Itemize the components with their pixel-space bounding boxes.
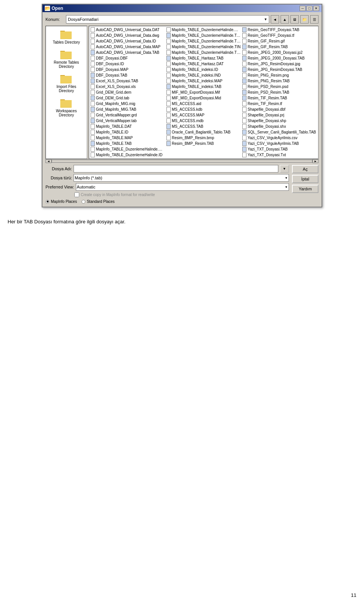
file-item[interactable]: DBF_Dosyasi.MAP <box>90 67 166 72</box>
file-item[interactable]: MapInfo_TABLE_Haritasz.DAT <box>166 61 242 67</box>
file-item[interactable]: Grid_VerticalMapper.grd <box>90 112 166 118</box>
file-item[interactable]: MapInfo_TABLE.MAP <box>90 135 166 141</box>
ac-button[interactable]: Aç <box>292 165 318 173</box>
iptal-button[interactable]: İptal <box>292 175 318 183</box>
file-item[interactable]: Resim_PSD_Resim.TAB <box>242 89 317 95</box>
file-item[interactable]: AutoCAD_DWG_Universal_Data.dwg <box>90 33 166 38</box>
file-item[interactable]: Resim_TIF_Resim.TAB <box>242 95 317 101</box>
file-item[interactable]: MapInfo_TABLE_indeksi.MAP <box>166 78 242 84</box>
file-item[interactable]: Excel_XLS_Dosyasi.TAB <box>90 78 166 84</box>
file-list-panel[interactable]: AutoCAD_DWG_Universal_Data.DAT AutoCAD_D… <box>89 26 318 159</box>
file-item[interactable]: MS_ACCESS.MAP <box>166 112 242 118</box>
file-item[interactable]: Resim_JPG_ResimDosyasi.jpg <box>242 61 317 67</box>
horizontal-scrollbar[interactable]: ◄ ► <box>46 159 318 163</box>
radio-mapinfo-places[interactable]: MapInfo Places <box>46 199 77 204</box>
file-item[interactable]: DBF_Dosyasi.DBF <box>90 55 166 61</box>
file-item[interactable]: Yazi_TXT_Dosyasi.TAB <box>242 146 317 152</box>
preferred-view-select[interactable]: Automatic ▼ <box>76 183 289 191</box>
dosya-turu-select[interactable]: MapInfo (*.tab) ▼ <box>74 174 289 182</box>
file-item[interactable]: MapInfo_TABLE_Haritasz.TAB <box>166 55 242 61</box>
file-item[interactable]: Resim_PNG_Resim.png <box>242 72 317 78</box>
file-item[interactable]: MS_ACCESS.kdb <box>166 107 242 112</box>
file-item[interactable]: Oracle_Canli_Baglantili_Tablo.TAB <box>166 129 242 135</box>
view-button[interactable]: ☰ <box>310 15 318 24</box>
file-icon <box>242 39 246 44</box>
file-item[interactable]: MapInfo_TABLE_DuzenlemeHalinde.TAB <box>166 33 242 38</box>
file-item[interactable]: Resim_TIF_Resim.tf <box>242 101 317 107</box>
file-item[interactable]: MIF_MID_ExportDosyasi.Mid <box>166 95 242 101</box>
file-item[interactable]: MapInfo_TABLE_indeksi.TAB <box>166 84 242 89</box>
file-item[interactable]: Grid_DEM_Grid.tab <box>90 95 166 101</box>
file-item[interactable]: Shapefile_Dosyasi.dbf <box>242 107 317 112</box>
file-item[interactable]: MapInfo_TABLE_indeksi.ID <box>166 67 242 72</box>
scroll-right-button[interactable]: ► <box>312 159 318 163</box>
sidebar-item-import-files[interactable]: Import Files Directory <box>47 72 85 95</box>
file-item[interactable]: Resim_BMP_Resim.TAB <box>166 141 242 146</box>
file-icon <box>242 107 246 112</box>
file-item[interactable]: MapInfo_TABLE_DuzenlemeHalinde.TDA <box>166 38 242 44</box>
file-item[interactable]: Yazi_CSV_VrguleAyrilmis.csv <box>242 135 317 141</box>
file-item[interactable]: Resim_BMP_Resim.bmp <box>166 135 242 141</box>
dosya-adi-dropdown[interactable]: ▼ <box>280 165 289 173</box>
sidebar-item-workspaces[interactable]: Workspaces Directory <box>47 96 85 119</box>
up-button[interactable]: ▲ <box>281 15 289 24</box>
file-item[interactable]: MS_ACCESS.mdb <box>166 118 242 124</box>
file-item[interactable]: AutoCAD_DWG_Universal_Data.TAB <box>90 50 166 55</box>
file-item[interactable]: MS_ACCESS.aid <box>166 101 242 107</box>
file-item[interactable]: MapInfo_TABLE_DuzenlemeHalinde.MAP <box>166 27 242 33</box>
file-item[interactable]: Resim_GIF_Resim.TAB <box>242 44 317 50</box>
create-copy-checkbox[interactable] <box>74 192 79 197</box>
desktop-button[interactable]: 🖥 <box>290 15 299 24</box>
file-item[interactable]: Resim_JPEG_2000_Dosyasi.jp2 <box>242 50 317 55</box>
sidebar: Tables Directory Remote Tables Directory <box>46 26 87 159</box>
file-item[interactable]: DBF_Dosyasi.ID <box>90 61 166 67</box>
file-item[interactable]: AutoCAD_DWG_Universal_Data.MAP <box>90 44 166 50</box>
minimize-button[interactable]: ─ <box>300 6 306 11</box>
file-item[interactable]: Grid_MapInfo_MIG.TAB <box>90 107 166 112</box>
file-item[interactable]: MapInfo_TABLE.DAT <box>90 124 166 129</box>
radio-standard-places[interactable]: Standard Places <box>82 199 115 204</box>
file-item[interactable]: Grid_MapInfo_MIG.mig <box>90 101 166 107</box>
scroll-left-button[interactable]: ◄ <box>46 159 52 163</box>
sidebar-item-tables-directory[interactable]: Tables Directory <box>47 28 85 46</box>
file-item[interactable]: Shapefile_Dosyasi.shp <box>242 118 317 124</box>
file-item[interactable]: Resim_PSD_Resim.psd <box>242 84 317 89</box>
file-item[interactable]: MapInfo_TABLE_indeksi.IND <box>166 72 242 78</box>
back-button[interactable]: ◄ <box>271 15 279 24</box>
file-item[interactable]: Grid_VerticalMapper.tab <box>90 118 166 124</box>
file-item[interactable]: MIF_MID_ExportDosyasi.Mif <box>166 89 242 95</box>
file-item[interactable]: Excel_XLS_Dosyasi.xls <box>90 84 166 89</box>
yardim-button[interactable]: Yardım <box>292 185 318 193</box>
file-item[interactable]: Grid_DEM_Grid.dem <box>90 89 166 95</box>
file-icon <box>242 96 246 100</box>
file-item[interactable]: DBF_Dosyasi.TAB <box>90 72 166 78</box>
close-button[interactable]: ✕ <box>313 6 319 11</box>
dosya-adi-input[interactable] <box>74 165 278 173</box>
file-item[interactable]: MapInfo_TABLE.ID <box>90 129 166 135</box>
file-item[interactable]: Resim_GeoTIFF_Dosyasi.tf <box>242 33 317 38</box>
file-item[interactable]: Resim_GIF_Resim.gif <box>242 38 317 44</box>
file-item[interactable]: AutoCAD_DWG_Universal_Data.ID <box>90 38 166 44</box>
file-item[interactable]: Resim_JPG_ResimDosyasi.TAB <box>242 67 317 72</box>
file-item[interactable]: Shapefile_Dosyasi.prj <box>242 112 317 118</box>
file-item[interactable]: MS_ACCESS.TAB <box>166 124 242 129</box>
sidebar-item-remote-tables[interactable]: Remote Tables Directory <box>47 48 85 71</box>
file-item[interactable]: Yazi_TXT_Dosyasi.Txt <box>242 152 317 158</box>
file-item[interactable]: SQL_Server_Canli_Baglantili_Tablo.TAB <box>242 129 317 135</box>
file-item[interactable]: MapInfo_TABLE_DuzenlemeHalinde.DAT <box>90 146 166 152</box>
file-item[interactable]: MapInfo_TABLE.TAB <box>90 141 166 146</box>
file-item[interactable]: Resim_JPEG_2000_Dosyasi.TAB <box>242 55 317 61</box>
file-item[interactable]: Yazi_CSV_VrguleAyrilmis.TAB <box>242 141 317 146</box>
file-item[interactable]: MapInfo_TABLE_DuzenlemeHalinde.TIN <box>166 44 242 50</box>
file-item[interactable]: MapInfo_TABLE_DuzenlemeHalinde.TMA <box>166 50 242 55</box>
file-item[interactable]: Resim_GeoTIFF_Dosyasi.TAB <box>242 27 317 33</box>
maximize-button[interactable]: □ <box>306 6 312 11</box>
file-icon <box>91 96 95 100</box>
file-item[interactable]: MapInfo_TABLE_DuzenlemeHalinde.ID <box>90 152 166 158</box>
file-item[interactable]: Shapefile_Dosyasi.shx <box>242 124 317 129</box>
file-icon <box>166 141 171 146</box>
file-item[interactable]: AutoCAD_DWG_Universal_Data.DAT <box>90 27 166 33</box>
newfolder-button[interactable]: 📁 <box>300 15 309 24</box>
file-icon <box>91 73 95 78</box>
file-item[interactable]: Resim_PNG_Resim.TAB <box>242 78 317 84</box>
